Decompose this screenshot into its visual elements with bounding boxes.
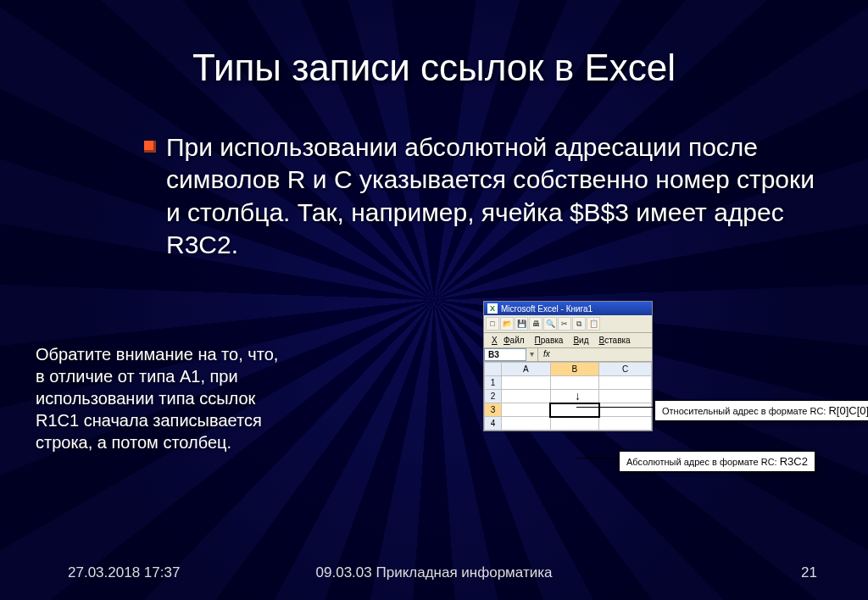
copy-icon: ⧉	[572, 317, 586, 331]
preview-icon: 🔍	[543, 317, 557, 331]
new-file-icon: □	[486, 317, 499, 331]
body-block: При использовании абсолютной адресации п…	[144, 131, 817, 262]
paste-icon: 📋	[587, 317, 600, 331]
excel-grid: A B C 1 2 3 4 ↓	[484, 362, 652, 431]
cut-icon: ✂	[558, 317, 571, 331]
selected-cell	[550, 403, 599, 417]
footer: 27.03.2018 17:37 09.03.03 Прикладная инф…	[0, 564, 868, 581]
callout-relative-value: R[0]C[0]	[828, 404, 868, 417]
callout-absolute: Абсолютный адрес в формате RC: R3C2	[619, 451, 815, 472]
col-B: B	[550, 363, 599, 376]
excel-titlebar: X Microsoft Excel - Книга1	[484, 302, 652, 315]
row-4: 4	[485, 417, 502, 431]
slide-title: Типы записи ссылок в Excel	[0, 0, 868, 89]
open-icon: 📂	[500, 317, 514, 331]
footer-page: 21	[801, 564, 817, 581]
excel-screenshot: X Microsoft Excel - Книга1 □ 📂 💾 🖶 🔍 ✂ ⧉…	[483, 301, 653, 431]
save-icon: 💾	[515, 317, 528, 331]
callout-relative: Относительный адрес в формате RC: R[0]C[…	[654, 400, 868, 421]
menu-file: Файл	[499, 335, 529, 346]
callout-relative-label: Относительный адрес в формате RC:	[662, 406, 828, 416]
excel-menu: X Файл Правка Вид Вставка	[484, 333, 652, 348]
row-1: 1	[485, 376, 502, 390]
arrow-down-icon: ↓	[575, 389, 581, 403]
footer-subject: 09.03.03 Прикладная информатика	[316, 564, 553, 581]
fx-label: fx	[537, 348, 555, 361]
excel-namebox-row: B3 ▾ fx	[484, 348, 652, 362]
col-A: A	[502, 363, 551, 376]
callout-absolute-label: Абсолютный адрес в формате RC:	[626, 457, 780, 467]
excel-title-text: Microsoft Excel - Книга1	[501, 304, 593, 314]
footer-date: 27.03.2018 17:37	[68, 564, 180, 581]
menu-edit: Правка	[531, 335, 568, 346]
callout-absolute-value: R3C2	[780, 455, 808, 468]
excel-toolbar: □ 📂 💾 🖶 🔍 ✂ ⧉ 📋	[484, 315, 652, 333]
excel-doc-icon: X	[487, 335, 498, 345]
bullet-icon	[144, 141, 156, 153]
excel-app-icon: X	[487, 303, 498, 314]
name-box: B3	[484, 348, 526, 361]
menu-view: Вид	[569, 335, 593, 346]
col-C: C	[599, 363, 652, 376]
menu-insert: Вставка	[594, 335, 634, 346]
row-2: 2	[485, 390, 502, 403]
print-icon: 🖶	[529, 317, 542, 331]
body-text: При использовании абсолютной адресации п…	[166, 131, 817, 262]
side-note: Обратите внимание на то, что, в отличие …	[36, 343, 281, 453]
row-3: 3	[485, 403, 502, 417]
